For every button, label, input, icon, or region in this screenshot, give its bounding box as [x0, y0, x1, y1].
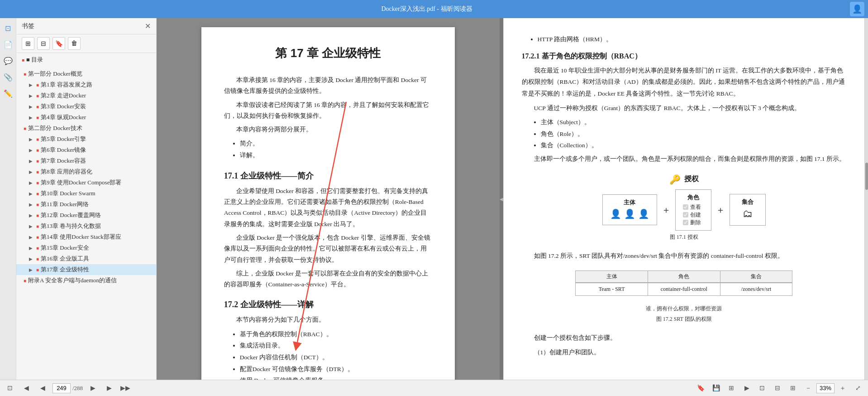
- subject-box-title: 主体: [610, 198, 649, 207]
- sidebar-item-part1[interactable]: ■ 第一部分 Docker概览: [16, 68, 156, 79]
- sidebar-item-ch17[interactable]: ▶ ■ 第17章 企业级特性: [16, 264, 156, 275]
- zoom-input[interactable]: [816, 383, 835, 393]
- collection-box-title: 集合: [737, 198, 758, 206]
- sidebar-item-ch13[interactable]: ▶ ■ 第13章 卷与持久化数据: [16, 221, 156, 232]
- view-single-btn[interactable]: ⊡: [756, 383, 768, 394]
- section1-title: 17.1 企业级特性——简介: [224, 170, 432, 181]
- sidebar-item-ch8[interactable]: ▶ ■ 第8章 应用的容器化: [16, 166, 156, 177]
- bookmark-panel-icon[interactable]: ⊡: [2, 22, 14, 34]
- nav-last-btn[interactable]: ▶▶: [119, 383, 132, 394]
- bookmark-delete-btn[interactable]: 🗑: [68, 37, 81, 50]
- annotation-btn[interactable]: 🔖: [694, 383, 707, 394]
- srt-cell-role: container-full-control: [648, 283, 720, 295]
- rbac-key-row: 🔑 授权: [575, 174, 792, 185]
- ch3-arrow: ▶: [29, 104, 34, 109]
- intro-list: 简介。 详解。: [224, 138, 432, 161]
- ch4-label: 第4章 纵观Docker: [41, 113, 86, 121]
- create-checkbox: [683, 212, 688, 217]
- sidebar-item-ch12[interactable]: ▶ ■ 第12章 Docker覆盖网络: [16, 210, 156, 221]
- ch10-arrow: ▶: [29, 191, 34, 196]
- comment-panel-icon[interactable]: 💬: [2, 54, 14, 67]
- sidebar-item-ch9[interactable]: ▶ ■ 第9章 使用Docker Compose部署: [16, 177, 156, 188]
- ch14-arrow: ▶: [29, 235, 34, 240]
- sidebar-item-ch15[interactable]: ▶ ■ 第15章 Docker安全: [16, 242, 156, 253]
- part2-bullet: ■: [24, 126, 26, 131]
- page-number-input[interactable]: [52, 383, 71, 393]
- sidebar-item-ch10[interactable]: ▶ ■ 第10章 Docker Swarm: [16, 188, 156, 199]
- rbac-p4: 如图 17.2 所示，SRT 团队具有对/zones/dev/srt 集合中所有…: [522, 250, 847, 262]
- sidebar-item-ch14[interactable]: ▶ ■ 第14章 使用Docker Stack部署应: [16, 232, 156, 242]
- sidebar-item-ch4[interactable]: ▶ ■ 第4章 纵观Docker: [16, 112, 156, 123]
- sidebar-item-ch2[interactable]: ▶ ■ 第2章 走进Docker: [16, 90, 156, 101]
- sidebar-item-ch7[interactable]: ▶ ■ 第7章 Docker容器: [16, 155, 156, 166]
- fit-page-btn[interactable]: ⊞: [725, 383, 738, 394]
- diagram1-caption: 图 17.1 授权: [575, 233, 792, 241]
- nav-prev-btn[interactable]: ◀: [20, 383, 33, 394]
- srt-diagram: 主体 角色 集合 Team - SRT container-full-contr…: [575, 270, 792, 323]
- rbac-boxes-row: 主体 👤 👤 👤 ＋ 角色: [575, 189, 792, 231]
- pdf-viewer-left[interactable]: 第 17 章 企业级特性 本章承接第 16 章的内容，主要涉及 Docker 通…: [157, 18, 500, 380]
- save-btn[interactable]: 💾: [710, 383, 722, 394]
- play-btn[interactable]: ▶: [740, 383, 753, 394]
- nav-first-btn[interactable]: ⊡: [4, 383, 16, 394]
- zoom-group: － ＋: [802, 383, 849, 394]
- section2-list-item-3: Docker 内容信任机制（DCT）。: [240, 352, 432, 363]
- ch9-arrow: ▶: [29, 180, 34, 185]
- ch1-bullet: ■: [36, 82, 39, 87]
- toc-section-title: ■ ■ 目录: [16, 53, 156, 67]
- right-scrollbar[interactable]: [864, 18, 868, 380]
- view-double-btn[interactable]: ⊟: [771, 383, 784, 394]
- ch10-bullet: ■: [36, 191, 39, 196]
- srt-col-role: 角色: [648, 271, 720, 282]
- attachment-panel-icon[interactable]: 📎: [2, 71, 14, 83]
- sidebar-item-part2[interactable]: ■ 第二部分 Docker技术: [16, 123, 156, 134]
- section1-p3: 综上，企业版 Docker 是一套可以部署在企业自有的安全的数据中心上的容器即服…: [224, 268, 432, 290]
- sidebar-item-ch1[interactable]: ▶ ■ 第1章 容器发展之路: [16, 79, 156, 90]
- bookmark-collapse-btn[interactable]: ⊟: [37, 37, 50, 50]
- intro-list-item-1: 简介。: [240, 138, 432, 150]
- rbac-p1: 我在最近 10 年职业生涯中的大部分时光从事的是财务服务部门的 IT 运营。在我…: [522, 65, 847, 100]
- nav-prev-page-btn[interactable]: ◀: [36, 383, 49, 394]
- nav-next-btn[interactable]: ▶: [103, 383, 115, 394]
- top-bar: Docker深入浅出.pdf - 福昕阅读器 👤: [0, 0, 868, 18]
- bookmark-expand-btn[interactable]: ⊞: [22, 37, 34, 50]
- person1-icon: 👤: [610, 208, 621, 219]
- zoom-in-btn[interactable]: ＋: [836, 383, 849, 394]
- content-area: 第 17 章 企业级特性 本章承接第 16 章的内容，主要涉及 Docker 通…: [157, 18, 868, 380]
- ch1-label: 第1章 容器发展之路: [41, 81, 92, 89]
- ch15-bullet: ■: [36, 246, 39, 251]
- view-scroll-btn[interactable]: ⊞: [787, 383, 799, 394]
- left-icon-panel: ⊡ 📄 💬 📎 ✏️: [0, 18, 16, 380]
- ch12-arrow: ▶: [29, 213, 34, 218]
- ch17-bullet: ■: [36, 267, 39, 272]
- sidebar-item-ch5[interactable]: ▶ ■ 第5章 Docker引擎: [16, 134, 156, 145]
- bottom-right-buttons: 🔖 💾 ⊞ ▶ ⊡ ⊟ ⊞ － ＋ ⤢: [694, 383, 864, 394]
- user-icon[interactable]: 👤: [850, 2, 864, 16]
- page-panel-icon[interactable]: 📄: [2, 38, 14, 51]
- sidebar-item-ch3[interactable]: ▶ ■ 第3章 Docker安装: [16, 101, 156, 112]
- sidebar-toolbar: ⊞ ⊟ 🔖 🗑: [16, 34, 156, 53]
- part2-label: 第二部分 Docker技术: [28, 124, 82, 132]
- srt-cell-subject: Team - SRT: [576, 283, 648, 295]
- rbac-p5: 创建一个授权包含如下步骤。: [522, 332, 847, 344]
- srt-cell-collection: /zones/dev/srt: [720, 283, 792, 295]
- bookmark-add-btn[interactable]: 🔖: [52, 37, 65, 50]
- sidebar-item-ch6[interactable]: ▶ ■ 第6章 Docker镜像: [16, 145, 156, 155]
- intro-list-item-2: 详解。: [240, 150, 432, 161]
- ch9-bullet: ■: [36, 180, 39, 185]
- sidebar-item-ch11[interactable]: ▶ ■ 第11章 Docker网络: [16, 199, 156, 210]
- nav-next-page-btn[interactable]: ▶: [86, 383, 99, 394]
- sidebar-item-ch16[interactable]: ▶ ■ 第16章 企业版工具: [16, 253, 156, 264]
- signature-panel-icon[interactable]: ✏️: [2, 87, 14, 100]
- fullscreen-btn[interactable]: ⤢: [852, 383, 864, 394]
- sidebar-item-appendixa[interactable]: ■ 附录A 安全客户端与daemon的通信: [16, 275, 156, 286]
- sidebar-close-button[interactable]: ✕: [145, 22, 151, 30]
- zoom-out-btn[interactable]: －: [802, 383, 815, 394]
- top-bar-title: Docker深入浅出.pdf - 福昕阅读器: [4, 5, 850, 13]
- bottom-bar: ⊡ ◀ ◀ /288 ▶ ▶ ▶▶ 🔖 💾 ⊞ ▶ ⊡ ⊟ ⊞ － ＋ ⤢: [0, 380, 868, 396]
- section2-title: 17.2 企业级特性——详解: [224, 299, 432, 310]
- page-separator[interactable]: [500, 18, 503, 380]
- ch2-arrow: ▶: [29, 93, 34, 98]
- ch5-arrow: ▶: [29, 137, 34, 142]
- pdf-page-right[interactable]: HTTP 路由网格（HRM）。 17.2.1 基于角色的权限控制（RBAC） 我…: [503, 18, 865, 380]
